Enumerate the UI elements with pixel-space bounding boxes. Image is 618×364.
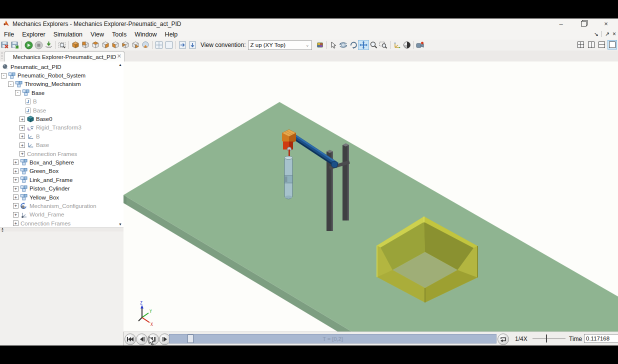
tree-scroll-down-icon[interactable]: ▼	[118, 222, 122, 226]
loop-button[interactable]	[498, 334, 509, 345]
expand-toggle[interactable]: +	[13, 186, 18, 192]
disk-save-icon[interactable]	[10, 40, 20, 50]
show-frames-icon[interactable]	[392, 40, 402, 50]
expand-toggle[interactable]: -	[15, 90, 20, 96]
view-bottom-icon[interactable]	[110, 40, 120, 50]
tree-item-label[interactable]: Mechanism_Configuration	[30, 203, 96, 209]
view-corner-icon[interactable]	[80, 40, 90, 50]
expand-toggle[interactable]: -	[1, 73, 6, 78]
expand-toggle[interactable]: +	[20, 151, 25, 156]
view-right-icon[interactable]	[100, 40, 110, 50]
expand-toggle[interactable]: +	[20, 134, 25, 139]
zoom-region-icon[interactable]	[378, 40, 388, 50]
layout-single-icon[interactable]	[608, 40, 616, 49]
layout-hsplit-icon[interactable]	[598, 40, 606, 49]
tree-item-label[interactable]: Green_Box	[30, 168, 58, 174]
view-top-icon[interactable]	[90, 40, 100, 50]
tree-item-label[interactable]: World_Frame	[30, 212, 64, 218]
expand-toggle[interactable]: +	[13, 212, 18, 218]
tree-item-label[interactable]: Box_and_Sphere	[30, 160, 74, 166]
menu-view[interactable]: View	[86, 30, 108, 39]
tree-item-label[interactable]: Rigid_Transform3	[36, 124, 82, 130]
step-back-button[interactable]	[136, 334, 148, 345]
close-panel-icon[interactable]: ×	[612, 30, 616, 38]
tree-item-label[interactable]: Throwing_Mechanism	[24, 81, 81, 87]
tree-item-label[interactable]: Connection Frames	[20, 220, 70, 226]
expand-toggle[interactable]: +	[13, 160, 18, 165]
tree-item-label[interactable]: Link_and_Frame	[30, 177, 72, 183]
viewport-3d[interactable]: Z Y X	[124, 62, 618, 332]
snapshot-icon[interactable]	[315, 40, 325, 50]
view-isometric-icon[interactable]	[70, 40, 80, 50]
down-view-icon[interactable]	[188, 40, 198, 50]
3d-viewport-scene[interactable]: Z Y X	[124, 62, 618, 332]
menu-help[interactable]: Help	[161, 30, 182, 39]
tree-item-label[interactable]: Base	[32, 90, 44, 96]
menu-tools[interactable]: Tools	[108, 30, 130, 39]
dock-icon[interactable]: ↘	[594, 31, 598, 38]
time-slider-track[interactable]: T = [0,2]	[169, 334, 496, 344]
view-left-icon[interactable]	[120, 40, 130, 50]
expand-toggle[interactable]: +	[20, 142, 25, 148]
tree-item-label[interactable]: B	[33, 98, 37, 104]
tree-item-label[interactable]: Base	[36, 142, 49, 148]
tree-item-label[interactable]: Connection Frames	[27, 151, 77, 157]
tree-item-label[interactable]: Pneumatic_act_PID	[10, 64, 62, 70]
tree-item-label[interactable]: Yellow_Box	[30, 194, 59, 200]
view-front-icon[interactable]	[130, 40, 140, 50]
menu-explorer[interactable]: Explorer	[18, 30, 50, 39]
layout-vsplit-icon[interactable]	[587, 40, 596, 49]
zoom-icon[interactable]	[368, 40, 378, 50]
stop-icon[interactable]	[34, 40, 44, 50]
expand-toggle[interactable]: +	[20, 125, 25, 130]
expand-toggle[interactable]: +	[20, 116, 25, 122]
expand-toggle[interactable]: -	[8, 82, 14, 87]
restore-button[interactable]	[575, 18, 592, 29]
forward-view-icon[interactable]	[178, 40, 188, 50]
tree-item-label[interactable]: Pneumatic_Robot_System	[18, 72, 86, 78]
time-input[interactable]	[584, 334, 618, 343]
close-button[interactable]: ×	[598, 18, 614, 29]
pan-icon[interactable]	[358, 40, 368, 50]
menu-window[interactable]: Window	[130, 30, 160, 39]
play-icon[interactable]	[24, 40, 34, 50]
roll-icon[interactable]	[348, 40, 358, 50]
minimize-button[interactable]: –	[552, 18, 570, 29]
letterbox-bottom	[0, 346, 618, 364]
expand-toggle[interactable]: +	[13, 194, 18, 200]
layout-grid-icon[interactable]	[576, 40, 585, 49]
speed-slider[interactable]	[532, 332, 566, 346]
export-frame-icon[interactable]	[44, 40, 54, 50]
rigid-transform-icon	[27, 124, 34, 131]
view-convention-select[interactable]: Z up (XY Top) ⌄	[248, 40, 312, 50]
tab-drag-handle[interactable]	[2, 52, 2, 60]
tree-scroll-up-icon[interactable]: ▲	[118, 63, 122, 66]
expand-toggle[interactable]: +	[13, 168, 18, 174]
tree-item-label[interactable]: Piston_Cylinder	[30, 186, 70, 192]
go-to-start-button[interactable]	[124, 334, 136, 345]
zoom-fit-icon[interactable]	[57, 40, 67, 50]
tab-mechanics-explorer[interactable]: Mechanics Explorer-Pneumatic_act_PID ✕	[4, 51, 125, 62]
tree-row: +Connection Frames	[0, 150, 124, 158]
single-pane-icon[interactable]	[164, 40, 174, 50]
tree-item-label[interactable]: Base0	[36, 116, 52, 122]
view-perspective-icon[interactable]	[140, 40, 150, 50]
record-video-icon[interactable]	[416, 40, 426, 50]
select-cursor-icon[interactable]	[328, 40, 338, 50]
orbit-icon[interactable]	[338, 40, 348, 50]
expand-toggle[interactable]: +	[13, 177, 18, 182]
tree-item-label[interactable]: Base	[33, 108, 46, 114]
triad-y-label: Y	[150, 310, 152, 314]
window-title: Mechanics Explorers - Mechanics Explorer…	[12, 20, 181, 28]
expand-toggle[interactable]: +	[13, 220, 18, 226]
tab-close-icon[interactable]: ✕	[117, 53, 122, 60]
expand-toggle[interactable]: +	[13, 203, 18, 208]
menu-simulation[interactable]: Simulation	[50, 30, 86, 39]
tree-item-label[interactable]: B	[36, 134, 40, 140]
time-slider-thumb[interactable]	[188, 334, 194, 343]
split-four-icon[interactable]	[154, 40, 164, 50]
menu-file[interactable]: File	[0, 30, 18, 39]
disk-close-icon[interactable]	[0, 40, 10, 50]
undock-icon[interactable]: ↗	[605, 31, 610, 38]
perspective-toggle-icon[interactable]	[402, 40, 412, 50]
